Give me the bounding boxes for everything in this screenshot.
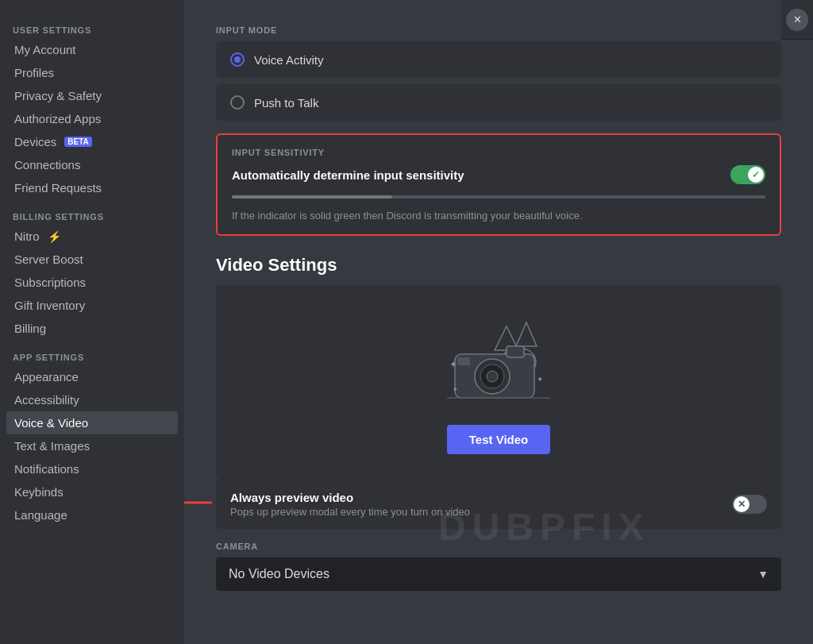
- sidebar-item-label: Gift Inventory: [14, 299, 85, 312]
- video-settings-title: Video Settings: [216, 255, 781, 276]
- sidebar-item-authorized-apps[interactable]: Authorized Apps: [6, 107, 178, 130]
- svg-text:✦: ✦: [537, 375, 543, 384]
- video-preview-box: ✦ ✦ ✦ Test Video: [216, 285, 781, 480]
- sidebar-item-label: Connections: [14, 158, 80, 172]
- sidebar-item-label: Friend Requests: [14, 181, 102, 195]
- sidebar-item-text-images[interactable]: Text & Images: [6, 434, 178, 457]
- input-mode-label: INPUT MODE: [216, 25, 781, 35]
- sensitivity-title: Automatically determine input sensitivit…: [232, 168, 464, 182]
- beta-badge: BETA: [64, 137, 91, 147]
- push-to-talk-option[interactable]: Push to Talk: [216, 84, 781, 121]
- sidebar-item-label: Accessibility: [14, 393, 79, 407]
- svg-text:✦: ✦: [453, 386, 458, 393]
- sidebar-item-friend-requests[interactable]: Friend Requests: [6, 176, 178, 199]
- sidebar-item-language[interactable]: Language: [6, 503, 178, 526]
- sensitivity-bar: [232, 195, 765, 199]
- sidebar-item-connections[interactable]: Connections: [6, 153, 178, 176]
- voice-activity-label: Voice Activity: [254, 53, 324, 67]
- always-preview-desc: Pops up preview modal every time you tur…: [230, 506, 470, 518]
- sidebar-item-accessibility[interactable]: Accessibility: [6, 388, 178, 411]
- input-sensitivity-box: INPUT SENSITIVITY Automatically determin…: [216, 133, 781, 236]
- top-right-panel: ✕: [781, 0, 813, 40]
- always-preview-text: Always preview video Pops up preview mod…: [230, 491, 470, 518]
- sidebar-item-label: Nitro: [14, 229, 40, 243]
- arrow-decoration: [184, 487, 216, 522]
- sidebar-item-nitro[interactable]: Nitro ⚡: [6, 225, 178, 248]
- sidebar-item-label: Privacy & Safety: [14, 89, 102, 102]
- sidebar-item-label: Authorized Apps: [14, 112, 101, 125]
- always-preview-row: Always preview video Pops up preview mod…: [216, 480, 781, 529]
- sidebar-item-keybinds[interactable]: Keybinds: [6, 480, 178, 503]
- x-icon: ✕: [738, 499, 746, 510]
- user-settings-label: USER SETTINGS: [6, 13, 178, 38]
- sidebar-item-label: Billing: [14, 322, 46, 335]
- sidebar-item-label: Profiles: [14, 66, 54, 79]
- sidebar-item-server-boost[interactable]: Server Boost: [6, 248, 178, 271]
- toggle-knob: ✓: [748, 167, 764, 183]
- sidebar-item-devices[interactable]: Devices BETA: [6, 130, 178, 153]
- chevron-down-icon: ▼: [757, 568, 769, 580]
- svg-text:✦: ✦: [449, 359, 457, 370]
- svg-rect-7: [507, 346, 524, 357]
- sidebar: USER SETTINGS My Account Profiles Privac…: [0, 0, 184, 644]
- sensitivity-hint: If the indicator is solid green then Dis…: [232, 210, 765, 222]
- always-preview-toggle[interactable]: ✕: [732, 495, 767, 514]
- main-content: INPUT MODE Voice Activity Push to Talk I…: [184, 0, 813, 644]
- svg-rect-8: [457, 357, 470, 365]
- sidebar-item-label: Appearance: [14, 370, 79, 384]
- svg-marker-1: [516, 322, 537, 346]
- sidebar-item-label: Devices: [14, 135, 56, 148]
- sensitivity-section-label: INPUT SENSITIVITY: [232, 148, 765, 157]
- toggle-off-knob: ✕: [734, 496, 749, 512]
- check-icon: ✓: [752, 169, 760, 180]
- camera-section: CAMERA No Video Devices ▼: [216, 542, 781, 591]
- app-settings-label: APP SETTINGS: [6, 340, 178, 365]
- sensitivity-bar-fill: [232, 195, 392, 199]
- camera-illustration: ✦ ✦ ✦: [435, 310, 562, 409]
- sidebar-item-appearance[interactable]: Appearance: [6, 365, 178, 388]
- sidebar-item-label: Language: [14, 508, 67, 522]
- svg-point-6: [487, 371, 498, 382]
- sidebar-item-label: Text & Images: [14, 439, 90, 453]
- camera-value: No Video Devices: [229, 567, 329, 581]
- sidebar-item-label: Keybinds: [14, 485, 64, 499]
- sidebar-item-my-account[interactable]: My Account: [6, 38, 178, 61]
- billing-settings-label: BILLING SETTINGS: [6, 199, 178, 225]
- always-preview-title: Always preview video: [230, 491, 470, 504]
- sidebar-item-label: Server Boost: [14, 253, 83, 266]
- voice-activity-radio[interactable]: [230, 52, 245, 67]
- camera-label: CAMERA: [216, 542, 781, 551]
- sidebar-item-privacy-safety[interactable]: Privacy & Safety: [6, 84, 178, 107]
- push-to-talk-radio[interactable]: [230, 95, 245, 110]
- escape-button[interactable]: ✕: [786, 9, 808, 31]
- sidebar-item-label: Subscriptions: [14, 276, 86, 289]
- sensitivity-header: Automatically determine input sensitivit…: [232, 165, 765, 184]
- push-to-talk-label: Push to Talk: [254, 96, 318, 110]
- sidebar-item-label: Voice & Video: [14, 416, 88, 430]
- voice-activity-option[interactable]: Voice Activity: [216, 41, 781, 78]
- sidebar-item-gift-inventory[interactable]: Gift Inventory: [6, 294, 178, 317]
- sidebar-item-profiles[interactable]: Profiles: [6, 61, 178, 84]
- sensitivity-toggle[interactable]: ✓: [730, 165, 765, 184]
- sidebar-item-label: Notifications: [14, 462, 79, 476]
- sidebar-item-voice-video[interactable]: Voice & Video: [6, 411, 178, 434]
- sidebar-item-subscriptions[interactable]: Subscriptions: [6, 271, 178, 294]
- sidebar-item-notifications[interactable]: Notifications: [6, 457, 178, 480]
- nitro-icon: ⚡: [48, 230, 61, 243]
- test-video-button[interactable]: Test Video: [447, 425, 550, 454]
- sidebar-item-billing[interactable]: Billing: [6, 317, 178, 340]
- camera-select[interactable]: No Video Devices ▼: [216, 557, 781, 591]
- sidebar-item-label: My Account: [14, 43, 76, 56]
- always-preview-video-setting: Always preview video Pops up preview mod…: [216, 480, 781, 529]
